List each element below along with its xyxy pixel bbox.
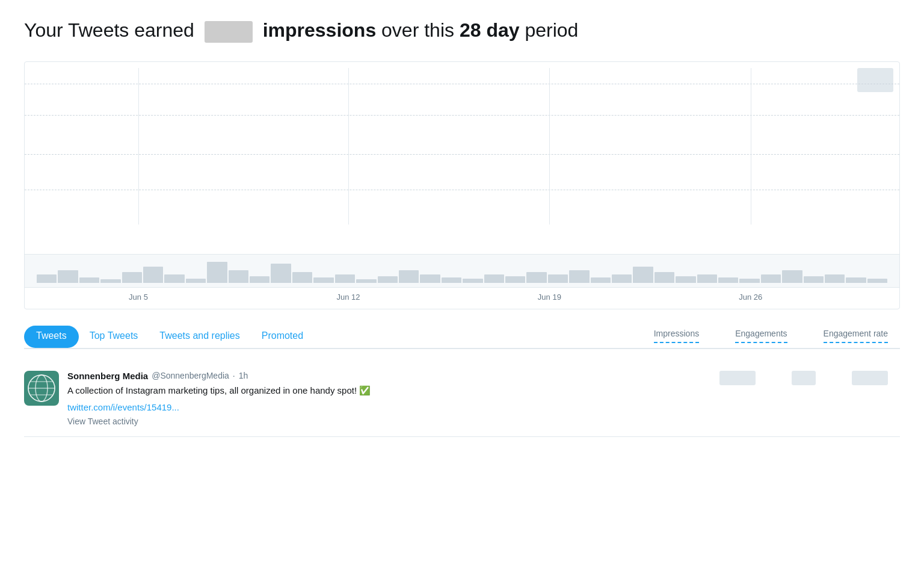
tab-tweets-replies[interactable]: Tweets and replies <box>149 324 250 349</box>
mini-bar <box>250 276 270 283</box>
header-impressions-word: impressions <box>263 19 377 41</box>
metric-engagements <box>792 371 816 385</box>
mini-chart <box>25 255 899 288</box>
x-axis: Jun 5 Jun 12 Jun 19 Jun 26 <box>25 288 899 309</box>
mini-bar <box>100 279 120 282</box>
mini-bar <box>313 277 333 283</box>
tab-top-tweets[interactable]: Top Tweets <box>79 324 149 349</box>
chart-container: Jun 5 Jun 12 Jun 19 Jun 26 <box>24 61 900 309</box>
impressions-placeholder <box>205 21 253 43</box>
mini-bar <box>399 270 419 283</box>
mini-bar <box>37 274 57 283</box>
grid-line-1 <box>25 84 899 84</box>
mini-bar <box>463 279 482 283</box>
metric-impressions <box>719 371 756 385</box>
mini-bar <box>143 267 163 282</box>
grid-line-4 <box>25 190 899 190</box>
mini-bar <box>292 272 312 283</box>
mini-bar <box>697 274 717 283</box>
tweet-time: 1h <box>239 371 248 380</box>
x-label-jun26: Jun 26 <box>739 293 762 302</box>
x-label-jun12: Jun 12 <box>336 293 360 302</box>
avatar <box>24 371 59 406</box>
vline-4 <box>751 68 751 225</box>
grid-line-2 <box>25 115 899 116</box>
mini-bar <box>164 274 184 283</box>
mini-bar <box>484 274 504 283</box>
mini-bar <box>186 279 206 283</box>
tweet-activity-link[interactable]: View Tweet activity <box>67 417 138 426</box>
mini-bar <box>271 264 291 283</box>
mini-bar <box>591 277 611 283</box>
mini-bar <box>782 270 802 283</box>
mini-bar <box>846 277 866 283</box>
tabs-section: Tweets Top Tweets Tweets and replies Pro… <box>24 324 900 349</box>
mini-bar <box>548 274 568 283</box>
mini-bar <box>442 277 461 283</box>
mini-bar <box>825 274 845 283</box>
tweet-handle: @SonnenbergMedia <box>152 371 229 380</box>
tweet-list: Sonnenberg Media @SonnenbergMedia · 1h A… <box>24 361 900 438</box>
x-label-jun5: Jun 5 <box>129 293 148 302</box>
x-label-jun19: Jun 19 <box>538 293 561 302</box>
vline-1 <box>138 68 139 225</box>
mini-bar <box>676 276 695 283</box>
mini-bar <box>335 274 355 283</box>
tweet-metrics <box>719 371 900 385</box>
grid-line-3 <box>25 154 899 155</box>
table-row: Sonnenberg Media @SonnenbergMedia · 1h A… <box>24 361 900 438</box>
column-headers: Impressions Engagements Engagement rate <box>654 329 900 343</box>
header-period: 28 day <box>460 19 520 41</box>
col-impressions: Impressions <box>654 329 699 343</box>
mini-bar <box>229 270 248 283</box>
main-chart <box>25 62 899 255</box>
mini-bar <box>718 277 738 283</box>
mini-bar <box>739 279 759 283</box>
tweet-link[interactable]: twitter.com/i/events/15419... <box>67 402 695 412</box>
page-header: Your Tweets earned impressions over this… <box>24 18 900 43</box>
tweet-author-line: Sonnenberg Media @SonnenbergMedia · 1h <box>67 371 695 381</box>
mini-bar <box>378 276 398 283</box>
mini-bar <box>505 276 525 283</box>
mini-bar <box>122 272 142 283</box>
mini-bar <box>356 279 376 282</box>
mini-bar <box>526 272 546 283</box>
grid-lines <box>25 68 899 225</box>
tweet-dot: · <box>233 371 235 380</box>
header-text-before: Your Tweets earned <box>24 19 200 41</box>
mini-bar <box>804 276 824 283</box>
tweet-content: Sonnenberg Media @SonnenbergMedia · 1h A… <box>67 371 695 427</box>
col-engagements: Engagements <box>735 329 787 343</box>
mini-bar <box>761 274 781 283</box>
mini-bar <box>420 274 440 283</box>
col-engagement-rate: Engagement rate <box>824 329 888 343</box>
mini-bar <box>612 274 632 283</box>
vline-3 <box>549 68 550 225</box>
mini-bar <box>207 262 227 283</box>
mini-bars <box>37 259 887 283</box>
tweet-author-name: Sonnenberg Media <box>67 371 148 381</box>
tab-tweets[interactable]: Tweets <box>24 326 79 348</box>
tweet-text: A collection of Instagram marketing tips… <box>67 384 695 398</box>
vline-2 <box>348 68 349 225</box>
mini-bar <box>867 279 887 283</box>
tab-promoted[interactable]: Promoted <box>251 324 314 349</box>
mini-bar <box>633 267 653 282</box>
mini-bar <box>654 272 674 283</box>
avatar-svg <box>26 373 57 403</box>
mini-bar <box>79 277 99 283</box>
mini-bar <box>58 270 78 283</box>
chart-bars <box>25 68 899 225</box>
metric-engagement-rate <box>852 371 888 385</box>
mini-bar <box>569 270 589 283</box>
